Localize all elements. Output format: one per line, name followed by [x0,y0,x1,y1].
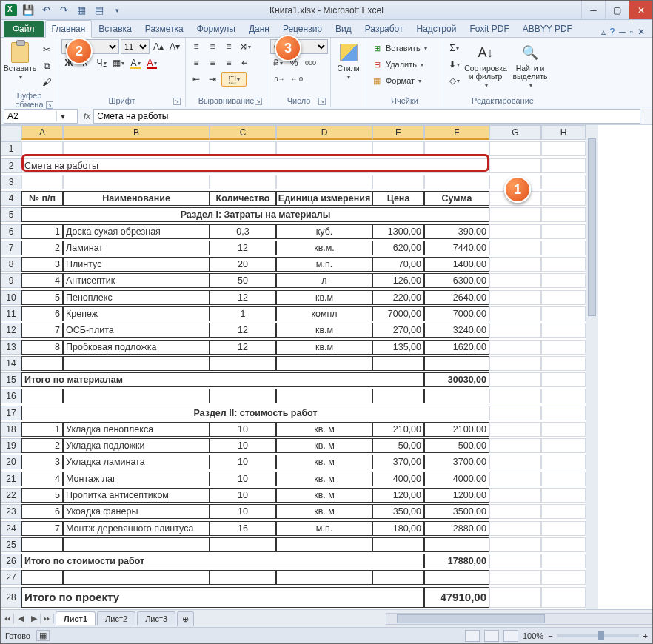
cell[interactable]: кв.м. [276,241,372,255]
row-header[interactable]: 16 [1,389,21,403]
format-cells-button[interactable]: ▦Формат▾ [369,73,440,88]
cell[interactable]: 10 [210,438,276,453]
qat-btn[interactable]: ▦ [75,4,88,17]
column-header[interactable]: D [276,125,372,140]
cell[interactable]: 3500,00 [424,504,489,519]
cell[interactable]: 12 [210,323,276,338]
increase-indent-icon[interactable]: ⇥ [205,72,220,87]
cell[interactable] [489,570,541,585]
cell[interactable]: Пробковая подложка [63,340,210,355]
vertical-scrollbar[interactable] [586,125,598,609]
cell[interactable]: Крепеж [63,306,210,321]
row-header[interactable]: 10 [1,290,21,305]
cell[interactable] [541,554,586,568]
doc-restore-icon[interactable]: ▫ [630,27,633,37]
doc-minimize-icon[interactable]: ─ [619,27,626,37]
cell[interactable]: кв.м [276,340,372,355]
cell[interactable]: Пропитка антисептиком [63,488,210,503]
cell[interactable]: 10 [210,488,276,503]
increase-decimal-icon[interactable]: .0→ [270,72,287,87]
border-button[interactable]: ▦▾ [110,56,127,70]
cell[interactable] [489,537,541,552]
cell[interactable] [541,158,586,173]
align-right-icon[interactable]: ≡ [221,56,236,70]
tab-view[interactable]: Вид [329,20,358,37]
row-header[interactable]: 15 [1,372,21,387]
row-header[interactable]: 4 [1,191,21,206]
cell[interactable]: 70,00 [372,257,424,272]
paste-button[interactable]: Вставить ▾ [4,39,36,84]
cell[interactable] [541,290,586,305]
qat-btn[interactable]: ▤ [93,4,106,17]
tab-formulas[interactable]: Формулы [190,20,242,37]
cell[interactable] [489,323,541,338]
column-header[interactable]: H [541,125,586,140]
cell[interactable] [489,587,541,608]
cell[interactable]: 3 [21,257,63,272]
row-header[interactable]: 20 [1,455,21,469]
cell[interactable]: 16 [210,521,276,536]
cell[interactable] [489,438,541,453]
cell[interactable]: 400,00 [372,472,424,486]
cell[interactable] [489,372,541,387]
page-break-view-icon[interactable] [503,630,518,642]
shrink-font-icon[interactable]: A▾ [167,39,182,54]
cell[interactable]: Укоадка фанеры [63,504,210,519]
cell[interactable]: 370,00 [372,455,424,469]
cell[interactable] [63,356,210,371]
cell[interactable]: Итого по стоимости работ [21,554,424,568]
page-layout-view-icon[interactable] [484,630,499,642]
cell[interactable]: 1200,00 [424,488,489,503]
cell[interactable] [424,141,489,156]
row-header[interactable]: 24 [1,521,21,536]
row-header[interactable]: 12 [1,323,21,338]
column-header[interactable]: B [63,125,210,140]
cell[interactable] [63,570,210,585]
cell[interactable] [276,570,372,585]
cell[interactable] [489,257,541,272]
horizontal-scrollbar[interactable] [386,613,652,625]
cell[interactable]: 4 [21,472,63,486]
cell[interactable]: 500,00 [424,438,489,453]
cell[interactable] [424,537,489,552]
cell[interactable] [541,587,586,608]
ribbon-minimize-icon[interactable]: ▵ [601,27,606,37]
name-box-dropdown-icon[interactable]: ▾ [56,111,68,121]
cell[interactable] [541,306,586,321]
row-header[interactable]: 7 [1,241,21,255]
cell[interactable]: Сумма [424,191,489,206]
column-header[interactable]: F [424,125,489,140]
decrease-decimal-icon[interactable]: ←.0 [289,72,306,87]
cell[interactable]: 10 [210,422,276,437]
tab-home[interactable]: Главная [45,20,93,38]
zoom-out-icon[interactable]: − [548,631,552,640]
cell[interactable] [210,356,276,371]
autosum-icon[interactable]: Σ▾ [446,41,462,56]
cell[interactable] [541,406,586,420]
cell[interactable]: 47910,00 [424,587,489,608]
name-box[interactable]: ▾ [4,109,78,124]
cell[interactable] [21,141,63,156]
cell[interactable]: 12 [210,340,276,355]
cell[interactable]: 7000,00 [372,306,424,321]
formula-input[interactable] [93,109,640,124]
cell[interactable]: 3700,00 [424,455,489,469]
cell[interactable] [489,554,541,568]
cell[interactable]: 1 [21,422,63,437]
cell[interactable]: Антисептик [63,273,210,288]
cell[interactable]: Единица измерения [276,191,372,206]
cell[interactable] [372,141,424,156]
insert-cells-button[interactable]: ⊞Вставить▾ [369,41,440,56]
cell[interactable] [541,438,586,453]
cell[interactable] [541,521,586,536]
cell[interactable] [63,175,210,189]
cell[interactable]: 7440,00 [424,241,489,255]
copy-icon[interactable]: ⧉ [39,58,54,73]
cell[interactable] [541,488,586,503]
cell[interactable] [541,257,586,272]
cell[interactable] [541,472,586,486]
cell[interactable]: 12 [210,290,276,305]
cell[interactable]: 50 [210,273,276,288]
cell[interactable] [276,356,372,371]
cell[interactable] [489,141,541,156]
